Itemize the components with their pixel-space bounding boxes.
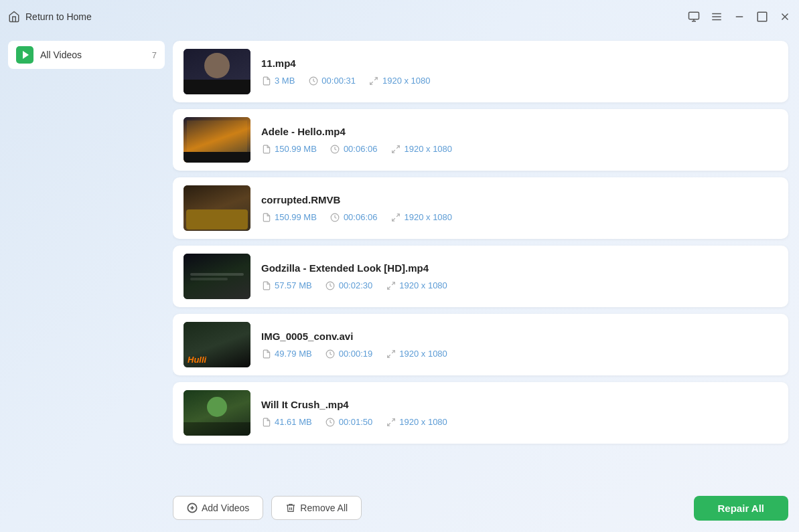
bottom-bar: Add Videos Remove All Repair All <box>173 484 799 532</box>
resize-icon <box>386 280 396 290</box>
video-list: 11.mp4 3 MB <box>173 33 799 484</box>
resize-icon <box>390 212 401 222</box>
return-home-button[interactable]: Return to Home <box>8 11 92 23</box>
right-panel: 11.mp4 3 MB <box>173 33 799 532</box>
window-controls <box>688 11 791 23</box>
screen-icon[interactable] <box>688 11 700 23</box>
video-meta: 150.99 MB 00:06:06 <box>261 144 778 154</box>
svg-rect-7 <box>757 12 767 21</box>
file-icon <box>261 280 271 290</box>
play-icon <box>16 46 33 64</box>
video-card[interactable]: 11.mp4 3 MB <box>173 41 788 102</box>
file-size: 49.79 MB <box>261 349 312 359</box>
resolution-value: 1920 x 1080 <box>404 212 452 222</box>
file-size: 150.99 MB <box>261 212 317 222</box>
sidebar-all-videos-count: 7 <box>152 50 157 60</box>
svg-line-21 <box>388 286 390 289</box>
size-value: 49.79 MB <box>275 349 312 359</box>
svg-line-26 <box>392 418 394 421</box>
home-icon <box>8 11 20 23</box>
duration-value: 00:06:06 <box>344 144 378 154</box>
resolution: 1920 x 1080 <box>390 144 452 154</box>
file-size: 41.61 MB <box>261 417 312 427</box>
video-card[interactable]: Will It Crush_.mp4 41.61 MB <box>173 382 788 444</box>
title-bar: Return to Home <box>0 0 799 33</box>
resolution: 1920 x 1080 <box>386 280 447 290</box>
return-home-label: Return to Home <box>25 11 92 22</box>
resize-icon <box>369 76 379 86</box>
add-videos-label: Add Videos <box>202 503 249 513</box>
duration: 00:06:06 <box>330 212 378 222</box>
svg-line-23 <box>392 350 394 353</box>
resolution-value: 1920 x 1080 <box>399 417 447 427</box>
close-icon[interactable] <box>779 11 791 23</box>
video-thumbnail <box>184 390 250 436</box>
clock-icon <box>325 417 336 427</box>
sidebar-all-videos-label: All Videos <box>40 50 145 60</box>
duration-value: 00:01:50 <box>339 417 373 427</box>
video-card[interactable]: Godzilla - Extended Look [HD].mp4 57.57 … <box>173 246 788 307</box>
repair-all-label: Repair All <box>718 503 764 514</box>
video-info: IMG_0005_conv.avi 49.79 MB <box>261 331 778 359</box>
video-name: IMG_0005_conv.avi <box>261 331 778 342</box>
duration: 00:00:19 <box>325 349 373 359</box>
video-card[interactable]: corrupted.RMVB 150.99 MB <box>173 177 788 239</box>
repair-all-button[interactable]: Repair All <box>694 496 788 521</box>
sidebar-item-all-videos[interactable]: All Videos 7 <box>8 41 165 69</box>
video-meta: 57.57 MB 00:02:30 <box>261 280 778 290</box>
remove-all-button[interactable]: Remove All <box>271 496 362 520</box>
size-value: 41.61 MB <box>275 417 312 427</box>
video-name: 11.mp4 <box>261 58 778 69</box>
file-icon <box>261 76 271 86</box>
duration-value: 00:00:31 <box>321 76 356 86</box>
resize-icon <box>390 144 401 154</box>
video-meta: 49.79 MB 00:00:19 <box>261 349 778 359</box>
video-info: Adele - Hello.mp4 150.99 MB <box>261 126 778 154</box>
video-name: Will It Crush_.mp4 <box>261 399 778 410</box>
video-thumbnail <box>184 49 250 94</box>
file-size: 57.57 MB <box>261 280 312 290</box>
duration: 00:01:50 <box>325 417 373 427</box>
sidebar: All Videos 7 <box>0 33 173 532</box>
video-card[interactable]: Hulli IMG_0005_conv.avi 49.79 MB <box>173 314 788 375</box>
clock-icon <box>325 280 336 290</box>
video-name: Godzilla - Extended Look [HD].mp4 <box>261 262 778 274</box>
menu-icon[interactable] <box>711 11 723 23</box>
file-icon <box>261 144 271 154</box>
file-icon <box>261 212 271 222</box>
resolution-value: 1920 x 1080 <box>404 144 452 154</box>
video-thumbnail: Hulli <box>184 322 250 367</box>
add-videos-button[interactable]: Add Videos <box>173 496 263 520</box>
resolution: 1920 x 1080 <box>386 417 447 427</box>
svg-line-17 <box>396 213 399 216</box>
duration: 00:06:06 <box>330 144 378 154</box>
svg-line-27 <box>388 423 390 426</box>
svg-line-24 <box>388 355 390 357</box>
video-name: Adele - Hello.mp4 <box>261 126 778 137</box>
resolution: 1920 x 1080 <box>390 212 452 222</box>
size-value: 150.99 MB <box>275 144 317 154</box>
svg-line-12 <box>370 82 373 84</box>
bottom-actions-left: Add Videos Remove All <box>173 496 362 520</box>
duration-value: 00:02:30 <box>339 280 373 290</box>
resolution: 1920 x 1080 <box>369 76 431 86</box>
resize-icon <box>386 417 396 427</box>
video-meta: 41.61 MB 00:01:50 <box>261 417 778 427</box>
minimize-icon[interactable] <box>733 11 745 23</box>
resolution-value: 1920 x 1080 <box>399 280 447 290</box>
resolution: 1920 x 1080 <box>386 349 447 359</box>
maximize-icon[interactable] <box>756 11 768 23</box>
svg-line-11 <box>375 77 378 80</box>
video-card[interactable]: Adele - Hello.mp4 150.99 MB <box>173 109 788 171</box>
resolution-value: 1920 x 1080 <box>399 349 447 359</box>
clock-icon <box>330 144 340 154</box>
video-thumbnail <box>184 185 250 231</box>
size-value: 150.99 MB <box>275 212 317 222</box>
video-info: Godzilla - Extended Look [HD].mp4 57.57 … <box>261 262 778 290</box>
video-info: corrupted.RMVB 150.99 MB <box>261 194 778 222</box>
clock-icon <box>308 76 318 86</box>
file-size: 3 MB <box>261 76 295 86</box>
trash-icon <box>285 503 296 513</box>
file-size: 150.99 MB <box>261 144 317 154</box>
svg-line-15 <box>392 150 395 153</box>
